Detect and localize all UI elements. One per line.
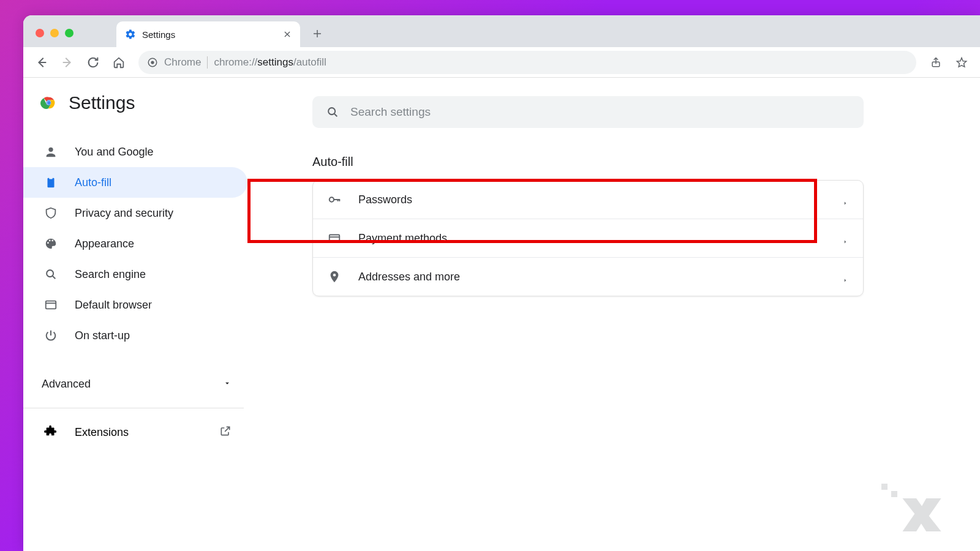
sidebar-item-on-startup[interactable]: On start-up [23,320,247,351]
svg-point-1 [151,61,154,64]
sidebar-item-you-and-google[interactable]: You and Google [23,137,247,167]
section-title: Auto-fill [312,155,980,169]
share-button[interactable] [925,51,947,73]
autofill-card: Passwords Payment methods Addresses and … [312,180,864,296]
chevron-right-icon [842,274,848,280]
svg-rect-10 [46,301,56,309]
row-label: Payment methods [358,232,825,245]
sidebar-item-label: Privacy and security [75,207,173,220]
shield-icon [44,206,58,220]
address-text: Chrome chrome://settings/autofill [164,56,326,69]
tab-strip: Settings [23,15,980,47]
page-title: Settings [69,92,135,113]
gear-icon [125,29,136,40]
svg-point-9 [47,270,53,277]
advanced-label: Advanced [42,378,91,391]
svg-point-6 [48,148,53,152]
search-icon [326,105,339,119]
bookmark-button[interactable] [951,51,973,73]
new-tab-button[interactable] [306,23,328,45]
reload-button[interactable] [82,51,104,73]
chevron-right-icon [842,235,848,241]
sidebar-item-extensions[interactable]: Extensions [23,414,256,451]
watermark-icon [894,487,949,545]
sidebar-item-label: On start-up [75,329,130,342]
row-payment-methods[interactable]: Payment methods [313,219,863,258]
window-controls [36,29,74,47]
key-icon [328,193,341,206]
card-icon [328,231,341,245]
svg-point-12 [330,197,334,201]
sidebar-item-label: Auto-fill [75,176,111,189]
row-label: Addresses and more [358,271,825,283]
main-panel: Search settings Auto-fill Passwords Paym… [256,78,980,551]
svg-rect-13 [330,235,340,242]
maximize-window-button[interactable] [65,29,74,37]
chevron-down-icon [223,378,232,391]
tab-title: Settings [142,29,277,40]
power-icon [44,329,58,342]
palette-icon [44,237,58,250]
close-window-button[interactable] [36,29,44,37]
chevron-right-icon [842,197,848,203]
sidebar-item-label: Default browser [75,299,152,312]
origin-label: Chrome [164,56,201,69]
browser-window: Settings Chrome chrome://settings/autofi… [23,15,980,551]
svg-point-5 [47,101,51,105]
svg-rect-8 [49,177,53,179]
location-icon [328,270,341,283]
sidebar-item-label: You and Google [75,146,153,159]
extension-icon [44,424,58,441]
sidebar-item-autofill[interactable]: Auto-fill [23,167,247,198]
sidebar-advanced-toggle[interactable]: Advanced [23,367,256,402]
home-button[interactable] [108,51,130,73]
row-addresses[interactable]: Addresses and more [313,258,863,296]
divider [23,408,244,408]
settings-content: Settings You and Google Auto-fill Privac… [23,78,980,551]
browser-icon [44,298,58,312]
open-external-icon [219,425,232,440]
sidebar: Settings You and Google Auto-fill Privac… [23,78,256,551]
settings-header: Settings [23,92,256,113]
toolbar: Chrome chrome://settings/autofill [23,47,980,78]
chrome-logo-icon [40,94,58,111]
row-label: Passwords [358,193,825,206]
row-passwords[interactable]: Passwords [313,181,863,219]
chrome-origin-icon [147,57,158,68]
sidebar-item-privacy[interactable]: Privacy and security [23,198,247,228]
back-button[interactable] [31,51,53,73]
browser-tab-settings[interactable]: Settings [116,21,300,47]
sidebar-item-search-engine[interactable]: Search engine [23,259,247,290]
search-settings-input[interactable]: Search settings [312,96,864,128]
sidebar-item-label: Appearance [75,238,134,250]
address-bar[interactable]: Chrome chrome://settings/autofill [138,51,916,74]
sidebar-item-label: Search engine [75,268,146,281]
close-tab-icon[interactable] [283,30,292,39]
separator [207,56,208,69]
search-icon [44,268,58,281]
extensions-label: Extensions [75,426,129,439]
svg-point-11 [328,108,335,114]
search-placeholder: Search settings [350,105,431,119]
clipboard-icon [44,176,58,189]
minimize-window-button[interactable] [50,29,59,37]
svg-rect-7 [48,178,55,188]
sidebar-item-default-browser[interactable]: Default browser [23,290,247,320]
person-icon [44,145,58,159]
forward-button[interactable] [56,51,78,73]
sidebar-item-appearance[interactable]: Appearance [23,228,247,259]
